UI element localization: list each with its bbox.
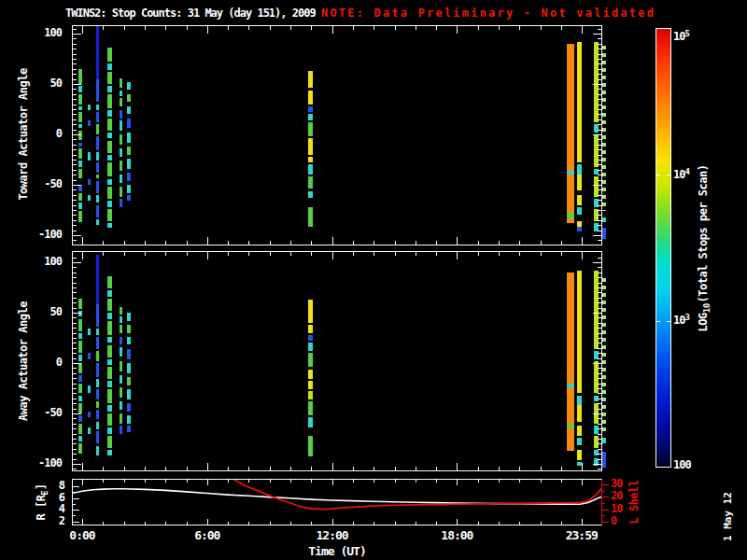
stripe-segment bbox=[127, 426, 131, 432]
stripe-segment bbox=[127, 313, 131, 321]
stripe-segment bbox=[602, 293, 607, 297]
tick-mark bbox=[436, 252, 437, 256]
tick-mark bbox=[73, 54, 77, 55]
stripe-segment bbox=[78, 424, 82, 434]
stripe-segment bbox=[78, 319, 82, 331]
tick-mark bbox=[165, 241, 166, 245]
y-tick-label: -50 bbox=[17, 177, 62, 190]
stripe-segment bbox=[602, 420, 607, 424]
stripe-segment bbox=[96, 124, 100, 134]
tick-mark bbox=[457, 26, 458, 34]
tick-mark bbox=[353, 241, 354, 245]
line-r bbox=[73, 489, 601, 504]
stripe-segment bbox=[107, 313, 112, 319]
tick-mark bbox=[598, 308, 601, 309]
stripe-segment bbox=[107, 367, 112, 379]
tick-mark bbox=[601, 497, 609, 497]
stripe-segment bbox=[120, 134, 123, 145]
stripe-segment bbox=[88, 353, 91, 359]
stripe-segment bbox=[308, 370, 313, 380]
tick-mark bbox=[73, 409, 77, 410]
stripe-segment bbox=[96, 401, 100, 408]
stripe-segment bbox=[577, 450, 582, 460]
stripe-segment bbox=[127, 415, 131, 424]
stripe-segment bbox=[120, 347, 123, 357]
stripe-segment bbox=[107, 94, 112, 108]
tick-mark bbox=[478, 252, 479, 256]
stripe-segment bbox=[127, 82, 131, 91]
stripe-segment bbox=[567, 428, 574, 451]
stripe-segment bbox=[602, 195, 607, 199]
tick-mark bbox=[499, 26, 500, 30]
tick-mark bbox=[598, 454, 601, 455]
tick-mark bbox=[598, 302, 601, 303]
date-watermark: 1 May 12 bbox=[722, 475, 734, 559]
stripe-segment bbox=[602, 210, 607, 211]
tick-mark bbox=[73, 231, 77, 231]
stripe-segment bbox=[120, 98, 123, 106]
tick-mark bbox=[598, 119, 601, 120]
tick-mark bbox=[73, 170, 77, 171]
stripe-segment bbox=[120, 199, 123, 207]
tick-mark bbox=[73, 277, 77, 278]
tick-mark bbox=[332, 252, 333, 259]
stripe-segment bbox=[107, 321, 112, 335]
tick-mark bbox=[598, 283, 601, 284]
stripe-segment bbox=[107, 436, 112, 448]
tick-mark bbox=[598, 49, 601, 49]
tick-mark bbox=[73, 424, 77, 425]
tick-mark bbox=[598, 338, 601, 339]
tick-mark bbox=[598, 89, 601, 90]
tick-mark bbox=[290, 252, 291, 256]
tick-mark bbox=[601, 484, 609, 485]
tick-mark bbox=[73, 89, 77, 90]
tick-mark bbox=[457, 252, 458, 259]
stripe-segment bbox=[96, 446, 100, 456]
stripe-segment bbox=[107, 141, 112, 153]
tick-mark bbox=[593, 84, 601, 85]
tick-mark bbox=[145, 26, 146, 30]
tick-mark bbox=[228, 241, 229, 245]
tick-mark bbox=[248, 26, 249, 30]
stripe-segment bbox=[602, 301, 607, 304]
y-tick-label: 100 bbox=[17, 26, 62, 39]
tick-mark bbox=[73, 149, 77, 150]
tick-mark bbox=[73, 189, 77, 190]
tick-mark bbox=[598, 449, 601, 450]
stripe-segment bbox=[96, 379, 100, 387]
stripe-segment bbox=[120, 375, 123, 384]
stripe-segment bbox=[120, 175, 123, 183]
stripe-segment bbox=[78, 169, 82, 179]
stripe-segment bbox=[88, 120, 91, 127]
colorbar-tick-dash bbox=[667, 321, 670, 322]
tick-mark bbox=[73, 94, 77, 95]
stripe-segment bbox=[308, 138, 313, 154]
panel-orbit bbox=[72, 479, 602, 525]
tick-mark bbox=[145, 467, 146, 470]
tick-mark bbox=[73, 235, 81, 236]
tick-mark bbox=[165, 252, 166, 256]
tick-mark bbox=[124, 26, 125, 30]
stripe-segment bbox=[96, 337, 100, 349]
stripe-segment bbox=[78, 131, 82, 141]
tick-mark bbox=[73, 313, 81, 314]
stripe-segment bbox=[602, 113, 607, 117]
tick-mark bbox=[103, 26, 104, 30]
y-tick-label: 0 bbox=[17, 127, 62, 140]
tick-mark bbox=[73, 240, 77, 241]
stripe-segment bbox=[107, 359, 112, 366]
x-tick-label: 12:00 bbox=[295, 528, 370, 542]
panel-away-actuator bbox=[72, 251, 602, 471]
tick-mark bbox=[598, 94, 601, 95]
tick-mark bbox=[598, 328, 601, 329]
tick-mark bbox=[207, 252, 208, 259]
stripe-segment bbox=[107, 337, 112, 343]
tick-mark bbox=[478, 467, 479, 470]
tick-mark bbox=[598, 287, 601, 288]
tick-mark bbox=[124, 467, 125, 470]
tick-mark bbox=[598, 323, 601, 324]
tick-mark bbox=[73, 373, 77, 374]
tick-mark bbox=[395, 467, 396, 470]
tick-mark bbox=[598, 418, 601, 419]
tick-mark bbox=[598, 258, 601, 259]
